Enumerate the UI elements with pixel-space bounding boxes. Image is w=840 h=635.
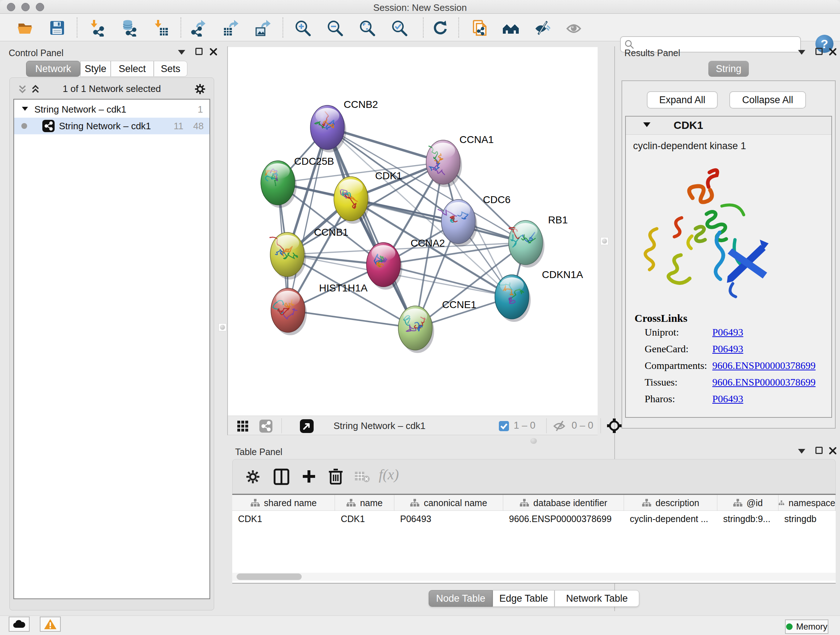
node-label-CCNA1: CCNA1 <box>459 134 494 145</box>
show-columns-icon[interactable] <box>273 468 290 486</box>
tab-network[interactable]: Network <box>26 61 80 77</box>
table-cell[interactable]: CDK1 <box>341 511 393 526</box>
close-panel-icon[interactable] <box>209 48 218 56</box>
delete-column-trash-icon[interactable] <box>327 467 344 486</box>
node-CDC25B[interactable]: CDC25B <box>261 156 334 208</box>
gene-symbol: CDK1 <box>674 119 703 131</box>
table-cell[interactable]: stringdb <box>784 511 834 526</box>
node-CCNE1[interactable]: CCNE1 <box>398 299 477 353</box>
network-collection-row[interactable]: String Network – cdk1 1 <box>14 101 210 118</box>
table-cell[interactable]: stringdb:9... <box>723 511 777 526</box>
left-splitter-handle[interactable] <box>218 323 226 331</box>
crosslink-link[interactable]: 9606.ENSP00000378699 <box>712 377 815 388</box>
memory-button[interactable]: Memory <box>785 619 829 634</box>
crosslink-link[interactable]: P06493 <box>712 343 744 355</box>
panel-menu-icon[interactable] <box>798 449 805 454</box>
first-neighbors-button[interactable] <box>502 19 519 36</box>
selected-checkbox-icon[interactable] <box>499 421 509 432</box>
table-cell[interactable]: P06493 <box>400 511 502 526</box>
table-settings-gear-icon[interactable] <box>245 469 261 485</box>
table-cell[interactable]: CDK1 <box>238 511 333 526</box>
zoom-in-button[interactable] <box>294 19 311 36</box>
import-network-database-button[interactable] <box>120 19 137 36</box>
refresh-view-button[interactable] <box>431 19 448 36</box>
table-cell[interactable]: 9606.ENSP00000378699 <box>509 511 622 526</box>
toolbar-separator <box>77 17 77 38</box>
node-CDK1[interactable]: CDK1 <box>334 170 402 224</box>
network-view-canvas[interactable]: CCNB2CCNA1CDC25BCDK1CDC6RB1CCNB1CCNA2CDK… <box>228 47 598 416</box>
hide-selected-button[interactable] <box>534 19 551 36</box>
import-network-file-button[interactable] <box>88 19 105 36</box>
column-header-canonical-name[interactable]: canonical name <box>394 495 503 511</box>
tab-style[interactable]: Style <box>80 61 111 77</box>
tab-edge-table[interactable]: Edge Table <box>493 590 554 607</box>
column-header-name[interactable]: name <box>335 495 394 511</box>
bottom-splitter-handle[interactable] <box>531 438 537 444</box>
tab-string[interactable]: String <box>708 61 749 77</box>
network-from-clipboard-button[interactable] <box>471 19 488 36</box>
panel-menu-icon[interactable] <box>178 50 185 55</box>
float-panel-icon[interactable] <box>815 48 823 55</box>
tab-network-table[interactable]: Network Table <box>554 590 639 607</box>
birdseye-view-icon[interactable] <box>300 419 314 433</box>
table-horizontal-scrollbar[interactable] <box>232 573 836 581</box>
crosslink-link[interactable]: P06493 <box>712 393 744 405</box>
show-all-button[interactable] <box>565 19 583 36</box>
node-CCNB2[interactable]: CCNB2 <box>310 99 378 152</box>
create-column-plus-icon[interactable] <box>301 468 317 486</box>
node-HIST1H1A[interactable]: HIST1H1A <box>271 282 368 335</box>
memory-status-dot <box>786 624 793 630</box>
expand-all-button[interactable]: Expand All <box>647 91 718 109</box>
float-panel-icon[interactable] <box>195 48 202 55</box>
close-panel-icon[interactable] <box>829 48 837 56</box>
column-header-database-identifier[interactable]: database identifier <box>503 495 624 511</box>
tab-node-table[interactable]: Node Table <box>429 590 493 607</box>
grid-view-icon[interactable] <box>237 420 249 432</box>
panel-menu-icon[interactable] <box>798 50 805 55</box>
close-panel-icon[interactable] <box>829 447 837 455</box>
export-image-button[interactable] <box>254 19 271 36</box>
delete-table-icon-disabled <box>354 471 370 483</box>
column-header-namespace[interactable]: namespace <box>778 495 836 511</box>
string-results-container: Expand All Collapse All CDK1 cyclin-depe… <box>622 80 836 429</box>
eye-slash-icon <box>534 19 551 36</box>
string-app-icon <box>42 120 55 132</box>
node-CDKN1A[interactable]: CDKN1A <box>495 269 583 322</box>
tab-select[interactable]: Select <box>111 61 154 77</box>
function-builder-icon-disabled: f(x) <box>379 466 399 483</box>
right-splitter-handle[interactable] <box>600 237 608 245</box>
float-panel-icon[interactable] <box>815 447 823 454</box>
edge-HIST1H1A-CCNE1 <box>288 310 415 328</box>
node-CDC6[interactable]: CDC6 <box>438 194 511 247</box>
column-header-description[interactable]: description <box>624 495 717 511</box>
column-header--id[interactable]: @id <box>717 495 778 511</box>
zoom-selected-button[interactable] <box>391 19 408 36</box>
table-cell[interactable]: cyclin-dependent ... <box>630 511 716 526</box>
open-session-button[interactable] <box>17 19 34 36</box>
scrollbar-thumb[interactable] <box>237 573 302 580</box>
collapse-card-icon[interactable] <box>643 122 651 127</box>
cloud-status-button[interactable] <box>9 616 30 632</box>
crosslink-link[interactable]: P06493 <box>712 326 744 338</box>
export-network-button[interactable] <box>189 19 207 36</box>
column-header-shared-name[interactable]: shared name <box>232 495 335 511</box>
tab-sets[interactable]: Sets <box>154 61 187 77</box>
crosslink-label: Uniprot: <box>645 326 679 338</box>
zoom-fit-button[interactable] <box>358 19 376 36</box>
share-view-icon[interactable] <box>259 419 273 433</box>
network-options-gear-icon[interactable] <box>194 82 207 96</box>
table-panel-title: Table Panel <box>235 447 283 457</box>
warnings-button[interactable] <box>40 616 61 632</box>
collapse-all-button[interactable]: Collapse All <box>729 91 806 109</box>
tree-expander-icon[interactable] <box>22 107 28 111</box>
network-row-selected[interactable]: String Network – cdk1 11 48 <box>14 118 210 134</box>
zoom-out-button[interactable] <box>326 19 344 36</box>
node-RB1[interactable]: RB1 <box>508 214 568 268</box>
hidden-count-badge: 0 – 0 <box>572 420 593 431</box>
gene-card-header[interactable]: CDK1 <box>626 117 831 135</box>
import-table-file-button[interactable] <box>152 19 169 36</box>
save-session-button[interactable] <box>49 19 66 36</box>
network-graph[interactable]: CCNB2CCNA1CDC25BCDK1CDC6RB1CCNB1CCNA2CDK… <box>228 47 598 416</box>
crosslink-link[interactable]: 9606.ENSP00000378699 <box>712 360 815 371</box>
export-table-button[interactable] <box>222 19 239 36</box>
